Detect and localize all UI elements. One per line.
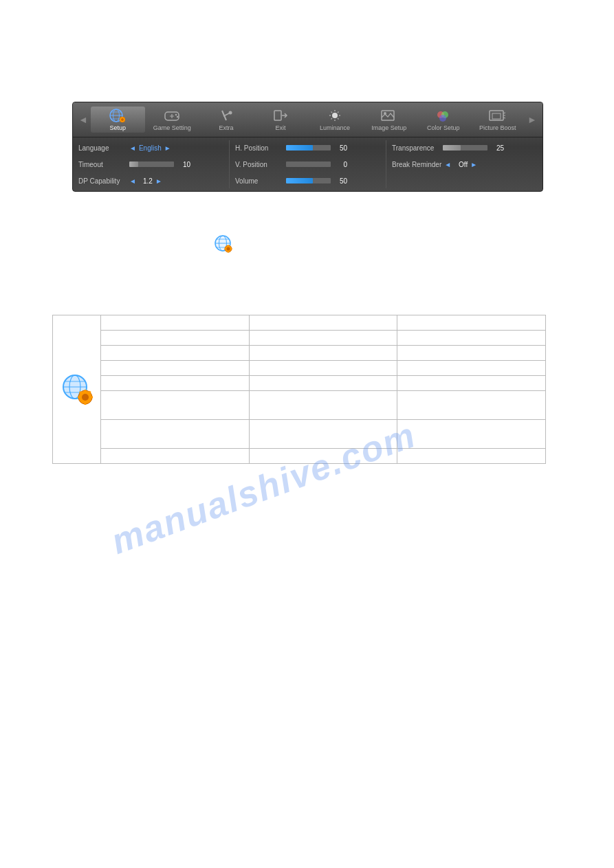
svg-line-24 (338, 112, 339, 113)
luminance-icon (325, 108, 344, 123)
picture-boost-icon (488, 108, 507, 123)
table-cell (249, 391, 397, 420)
dp-left-arrow[interactable]: ◄ (129, 177, 136, 185)
v-position-bar (286, 162, 331, 167)
transparence-bar-fill (443, 145, 461, 151)
dp-capability-label: DP Capability (78, 177, 127, 185)
language-row: Language ◄ English ► (77, 140, 225, 155)
color-setup-icon (434, 108, 453, 123)
table-cell (101, 361, 250, 376)
svg-point-17 (332, 113, 338, 118)
nav-item-exit[interactable]: Exit (254, 107, 308, 133)
volume-value: 50 (333, 177, 347, 185)
v-position-value: 0 (333, 161, 347, 168)
content-table (52, 315, 546, 464)
table-cell (397, 391, 546, 420)
timeout-label: Timeout (78, 161, 127, 168)
setup-icon (108, 108, 127, 123)
break-reminder-row: Break Reminder ◄ Off ► (391, 157, 538, 172)
table-cell (397, 376, 546, 391)
h-position-row: H. Position 50 (234, 140, 382, 155)
table-cell (101, 391, 250, 420)
break-reminder-value: Off (454, 161, 468, 168)
svg-line-23 (338, 118, 339, 120)
table-cell (249, 346, 397, 361)
exit-label: Exit (276, 124, 286, 131)
transparence-bar (443, 145, 487, 151)
language-left-arrow[interactable]: ◄ (129, 144, 136, 152)
nav-item-extra[interactable]: Extra (199, 107, 254, 133)
table-row (53, 361, 546, 376)
table-row (53, 331, 546, 346)
osd-col-3: Transparence 25 Break Reminder ◄ Off ► (391, 140, 538, 188)
luminance-label: Luminance (320, 124, 350, 131)
h-position-bar-fill (286, 145, 313, 151)
language-label: Language (78, 144, 127, 152)
table-cell (397, 420, 546, 449)
osd-content-area: Language ◄ English ► Timeout 10 DP Capab… (73, 137, 542, 191)
svg-rect-55 (84, 390, 86, 392)
table-row (53, 376, 546, 391)
svg-rect-15 (274, 111, 281, 120)
table-cell (101, 331, 250, 346)
osd-nav-bar: ◄ Setup (73, 102, 542, 137)
nav-item-color-setup[interactable]: Color Setup (416, 107, 470, 133)
svg-point-6 (121, 118, 124, 121)
dp-capability-value: 1.2 (139, 177, 153, 185)
nav-prev-arrow[interactable]: ◄ (76, 114, 91, 125)
volume-bar-fill (286, 178, 313, 183)
nav-item-image-setup[interactable]: Image Setup (362, 107, 416, 133)
data-table (52, 315, 546, 464)
table-cell (101, 376, 250, 391)
svg-rect-58 (90, 396, 93, 398)
nav-item-picture-boost[interactable]: Picture Boost (470, 107, 525, 133)
exit-icon (271, 108, 290, 123)
color-setup-label: Color Setup (427, 124, 460, 131)
extra-label: Extra (219, 124, 234, 131)
svg-point-43 (227, 247, 230, 251)
table-icon-cell (53, 315, 101, 464)
svg-rect-45 (228, 252, 229, 253)
osd-col-2: H. Position 50 V. Position 0 Volume (234, 140, 382, 188)
table-cell (101, 346, 250, 361)
game-setting-icon (162, 108, 182, 123)
image-setup-label: Image Setup (371, 124, 406, 131)
table-cell (101, 315, 250, 331)
volume-bar (286, 178, 331, 183)
transparence-row: Transparence 25 (391, 140, 538, 155)
language-right-arrow[interactable]: ► (164, 144, 171, 152)
osd-menu: ◄ Setup (72, 102, 543, 192)
timeout-bar (129, 162, 174, 167)
svg-point-11 (177, 116, 178, 118)
break-left-arrow[interactable]: ◄ (444, 161, 451, 168)
extra-icon (217, 108, 236, 123)
svg-point-14 (229, 111, 232, 115)
volume-label: Volume (235, 177, 283, 185)
nav-item-game-setting[interactable]: Game Setting (145, 107, 199, 133)
nav-item-luminance[interactable]: Luminance (307, 107, 362, 133)
h-position-value: 50 (333, 144, 347, 152)
nav-next-arrow[interactable]: ► (525, 114, 540, 125)
timeout-bar-fill (129, 162, 138, 167)
v-position-label: V. Position (235, 161, 283, 168)
h-position-bar (286, 145, 331, 151)
break-right-arrow[interactable]: ► (470, 161, 477, 168)
image-setup-icon (380, 108, 399, 123)
dp-right-arrow[interactable]: ► (155, 177, 162, 185)
v-position-row: V. Position 0 (234, 157, 382, 172)
nav-item-setup[interactable]: Setup (91, 107, 145, 133)
table-cell (101, 449, 250, 464)
table-cell (397, 331, 546, 346)
svg-rect-57 (78, 396, 80, 398)
divider-1 (229, 140, 230, 188)
table-row (53, 346, 546, 361)
table-cell (397, 346, 546, 361)
osd-col-1: Language ◄ English ► Timeout 10 DP Capab… (77, 140, 225, 188)
table-row (53, 449, 546, 464)
table-cell (397, 315, 546, 331)
setup-label: Setup (110, 124, 127, 131)
table-cell (249, 376, 397, 391)
svg-point-10 (175, 114, 177, 115)
volume-row: Volume 50 (234, 173, 382, 188)
table-cell (249, 315, 397, 331)
